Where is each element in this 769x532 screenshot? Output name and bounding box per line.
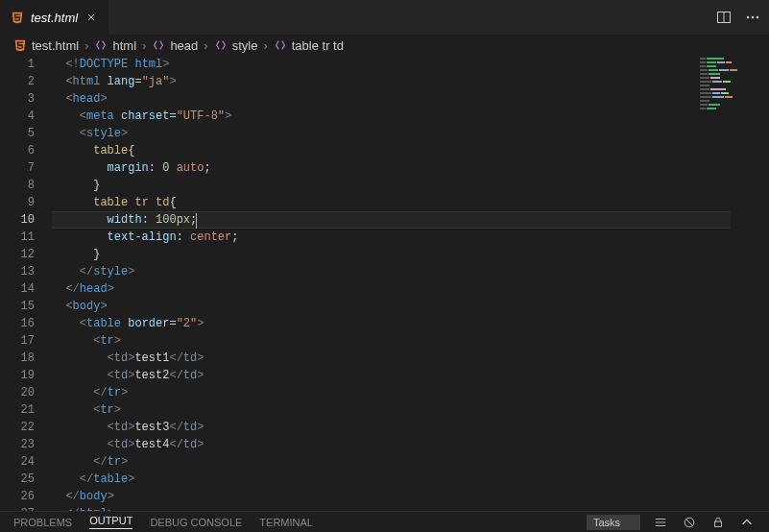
svg-point-3 bbox=[752, 16, 755, 19]
code-line: <head> bbox=[52, 90, 769, 108]
panel-actions: Tasks bbox=[587, 514, 756, 531]
code-line: table tr td{ bbox=[52, 194, 769, 211]
text-cursor bbox=[196, 213, 197, 229]
line-number: 10 bbox=[0, 211, 35, 229]
code-line: <tr> bbox=[52, 401, 769, 419]
panel-tabs: PROBLEMS OUTPUT DEBUG CONSOLE TERMINAL T… bbox=[0, 511, 769, 532]
code-line: </head> bbox=[52, 280, 769, 298]
html-file-icon bbox=[13, 38, 27, 52]
breadcrumb-label: table tr td bbox=[292, 38, 344, 53]
breadcrumb-item[interactable]: style bbox=[214, 38, 258, 53]
code-line: <td>test1</td> bbox=[52, 350, 769, 367]
line-number: 11 bbox=[0, 229, 35, 246]
code-line: } bbox=[52, 246, 769, 263]
symbol-icon bbox=[274, 38, 287, 52]
code-line: </style> bbox=[52, 263, 769, 280]
code-line: <!DOCTYPE html> bbox=[52, 56, 769, 73]
breadcrumb-label: test.html bbox=[32, 38, 79, 53]
line-number: 23 bbox=[0, 436, 35, 453]
line-number: 20 bbox=[0, 384, 35, 401]
line-number: 12 bbox=[0, 246, 35, 263]
code-line: <tr> bbox=[52, 332, 769, 350]
line-number: 14 bbox=[0, 280, 35, 298]
code-line: </tr> bbox=[52, 453, 769, 471]
code-line: <html lang="ja"> bbox=[52, 73, 769, 90]
line-number: 7 bbox=[0, 159, 35, 177]
panel-tab-terminal[interactable]: TERMINAL bbox=[259, 517, 313, 528]
code-line: <td>test3</td> bbox=[52, 419, 769, 436]
line-number: 22 bbox=[0, 419, 35, 436]
symbol-icon bbox=[152, 38, 165, 52]
code-line: <body> bbox=[52, 298, 769, 315]
line-number: 3 bbox=[0, 90, 35, 108]
code-line: <td>test4</td> bbox=[52, 436, 769, 453]
svg-point-2 bbox=[747, 16, 750, 19]
line-number-gutter: 1 2 3 4 5 6 7 8 9 10 11 12 13 14 15 16 1… bbox=[0, 56, 52, 511]
code-line: <style> bbox=[52, 125, 769, 142]
breadcrumb-label: html bbox=[112, 38, 136, 53]
code-area[interactable]: <!DOCTYPE html> <html lang="ja"> <head> … bbox=[52, 56, 769, 511]
tasks-dropdown[interactable]: Tasks bbox=[587, 515, 640, 530]
panel-tab-output[interactable]: OUTPUT bbox=[89, 515, 132, 529]
symbol-icon bbox=[214, 38, 228, 52]
lock-icon[interactable] bbox=[709, 514, 727, 531]
clear-icon[interactable] bbox=[681, 514, 698, 531]
line-number: 26 bbox=[0, 488, 35, 505]
tab-test-html[interactable]: test.html bbox=[0, 0, 108, 35]
line-number: 9 bbox=[0, 194, 35, 211]
line-number: 2 bbox=[0, 73, 35, 90]
code-line: </tr> bbox=[52, 384, 769, 401]
html-file-icon bbox=[10, 10, 25, 25]
breadcrumb: test.html › html › head › style › table … bbox=[0, 35, 769, 56]
line-number: 21 bbox=[0, 401, 35, 419]
code-line: width: 100px; bbox=[52, 211, 769, 229]
line-number: 16 bbox=[0, 315, 35, 332]
breadcrumb-item[interactable]: html bbox=[94, 38, 136, 53]
line-number: 19 bbox=[0, 367, 35, 384]
line-number: 8 bbox=[0, 177, 35, 194]
chevron-right-icon: › bbox=[140, 38, 148, 53]
symbol-icon bbox=[94, 38, 108, 52]
line-number: 4 bbox=[0, 108, 35, 125]
breadcrumb-item[interactable]: test.html bbox=[13, 38, 79, 53]
line-number: 15 bbox=[0, 298, 35, 315]
line-number: 6 bbox=[0, 142, 35, 159]
chevron-right-icon: › bbox=[261, 38, 269, 53]
panel-tab-debug-console[interactable]: DEBUG CONSOLE bbox=[150, 517, 242, 528]
svg-rect-6 bbox=[715, 521, 722, 526]
tab-bar: test.html bbox=[0, 0, 769, 35]
chevron-up-icon[interactable] bbox=[738, 514, 756, 531]
close-icon[interactable] bbox=[84, 10, 99, 25]
dropdown-label: Tasks bbox=[593, 517, 620, 528]
breadcrumb-label: head bbox=[170, 38, 198, 53]
panel-tab-problems[interactable]: PROBLEMS bbox=[13, 517, 72, 528]
code-line: <table border="2"> bbox=[52, 315, 769, 332]
breadcrumb-item[interactable]: head bbox=[152, 38, 198, 53]
more-icon[interactable] bbox=[744, 9, 761, 26]
code-line: margin: 0 auto; bbox=[52, 159, 769, 177]
line-number: 17 bbox=[0, 332, 35, 350]
chevron-right-icon: › bbox=[202, 38, 209, 53]
code-line: table{ bbox=[52, 142, 769, 159]
line-number: 1 bbox=[0, 56, 35, 73]
tab-actions bbox=[715, 9, 761, 26]
svg-point-4 bbox=[757, 16, 759, 19]
code-line: } bbox=[52, 177, 769, 194]
line-number: 25 bbox=[0, 471, 35, 488]
code-line: text-align: center; bbox=[52, 229, 769, 246]
line-number: 18 bbox=[0, 350, 35, 367]
split-editor-icon[interactable] bbox=[715, 9, 733, 26]
tab-label: test.html bbox=[31, 11, 78, 25]
editor[interactable]: 1 2 3 4 5 6 7 8 9 10 11 12 13 14 15 16 1… bbox=[0, 56, 769, 511]
breadcrumb-label: style bbox=[232, 38, 258, 53]
line-number: 24 bbox=[0, 453, 35, 471]
breadcrumb-item[interactable]: table tr td bbox=[274, 38, 344, 53]
line-number: 13 bbox=[0, 263, 35, 280]
code-line: </body> bbox=[52, 488, 769, 505]
chevron-right-icon: › bbox=[83, 38, 90, 53]
code-line: <td>test2</td> bbox=[52, 367, 769, 384]
line-number: 5 bbox=[0, 125, 35, 142]
code-line: </table> bbox=[52, 471, 769, 488]
list-icon[interactable] bbox=[652, 514, 669, 531]
code-line: <meta charset="UTF-8"> bbox=[52, 108, 769, 125]
